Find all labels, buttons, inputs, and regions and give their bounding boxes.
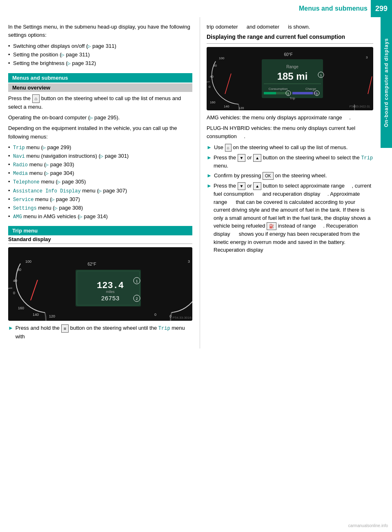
- arrow-icon: ►: [8, 324, 13, 332]
- svg-text:120: 120: [238, 106, 244, 110]
- arrow-icon: ►: [207, 182, 212, 190]
- badge-r3b: 3: [232, 232, 237, 237]
- svg-text:0: 0: [209, 85, 211, 89]
- press-hold-item: ► Press and hold the ≡ button on the ste…: [8, 324, 192, 340]
- list-item: Navi menu (navigation instructions) (▷ p…: [8, 152, 192, 161]
- svg-rect-45: [264, 92, 276, 94]
- main-content: In the Settings menu, in the submenu hea…: [0, 17, 392, 349]
- list-item: Media menu (▷ page 304): [8, 169, 192, 178]
- press-hold-text: Press and hold the ≡ button on the steer…: [16, 324, 192, 340]
- arrow-icon: ►: [207, 154, 212, 162]
- list-item: Setting the position (▷ page 311): [8, 51, 192, 59]
- menus-submenus-header: Menus and submenus: [8, 73, 192, 83]
- list-item: Switching other displays on/off (▷ page …: [8, 42, 192, 51]
- svg-text:Consumption: Consumption: [268, 87, 287, 91]
- svg-text:Trip: Trip: [290, 96, 295, 100]
- arrow-item-press-trip: ► Press the ▼ or ▲ button on the steerin…: [207, 154, 373, 170]
- svg-text:3: 3: [316, 92, 318, 95]
- svg-text:3: 3: [188, 259, 190, 264]
- gauge-svg-right: 0 40 80 100 160 140 120 60°F Range 185 m…: [207, 47, 373, 110]
- list-item: AMG menu in AMG vehicles (▷ page 314): [8, 212, 192, 221]
- svg-text:3: 3: [366, 56, 368, 59]
- list-item: Trip menu (▷ page 299): [8, 143, 192, 152]
- arrow-item-select-range: ► Press the ▼ or ▲ button to select appr…: [207, 182, 373, 254]
- menu-overview-header: Menu overview: [8, 83, 192, 92]
- badge-plug: 2: [238, 134, 244, 140]
- badge-2: 2: [281, 25, 287, 30]
- svg-text:40: 40: [210, 75, 214, 78]
- bullet-list: Switching other displays on/off (▷ page …: [8, 42, 192, 68]
- home-btn-icon: ⌂: [225, 144, 232, 152]
- divider: [207, 43, 373, 44]
- right-column: trip odometer 1 and odometer 2 is shown.…: [200, 17, 381, 349]
- dashboard-inner: 0 40 80 100 160 140 120 123.4 miles 2675…: [8, 247, 192, 321]
- svg-text:80: 80: [213, 64, 217, 67]
- page-header: Menus and submenus 299: [0, 0, 392, 17]
- svg-text:Charge: Charge: [305, 87, 316, 91]
- svg-text:185 mi: 185 mi: [277, 71, 308, 82]
- arrow-item-use: ► Use ⌂ on the steering wheel to call up…: [207, 143, 373, 152]
- svg-text:62°F: 62°F: [87, 262, 96, 266]
- trip-odometer-text: trip odometer 1 and odometer 2 is shown.: [207, 23, 373, 31]
- intro-text: In the Settings menu, in the submenu hea…: [8, 23, 192, 39]
- fuel-icon: ⛽: [267, 222, 276, 230]
- standard-display-label: Standard display: [8, 236, 192, 244]
- svg-text:40: 40: [13, 279, 17, 283]
- header-title-area: Menus and submenus: [0, 5, 371, 12]
- amg-text: AMG vehicles: the menu only displays app…: [207, 114, 373, 122]
- home-button-icon: ⌂: [32, 94, 40, 103]
- left-column: In the Settings menu, in the submenu hea…: [0, 17, 200, 349]
- menu-overview-body2: Operating the on-board computer (▷ page …: [8, 114, 192, 122]
- svg-text:Range: Range: [286, 65, 298, 69]
- dashboard-image-left: 0 40 80 100 160 140 120 123.4 miles 2675…: [8, 247, 192, 321]
- svg-text:0: 0: [169, 314, 172, 318]
- menu-overview-body1: Press the ⌂ button on the steering wheel…: [8, 94, 192, 111]
- svg-text:100: 100: [219, 56, 225, 60]
- svg-text:60°F: 60°F: [284, 52, 292, 57]
- badge-amg: 1: [343, 115, 349, 121]
- dashboard-image-right: 0 40 80 100 160 140 120 60°F Range 185 m…: [207, 47, 373, 110]
- page-number: 299: [371, 0, 392, 17]
- list-item: Settings menu (▷ page 308): [8, 204, 192, 212]
- svg-text:P54.33-3422-31: P54.33-3422-31: [350, 105, 370, 108]
- badge-1: 1: [239, 25, 245, 30]
- svg-text:140: 140: [33, 313, 39, 317]
- badge-r1: 1: [346, 183, 352, 189]
- svg-text:120: 120: [49, 314, 55, 318]
- down-btn-icon: ▼: [238, 154, 246, 162]
- range-section-heading: Displaying the range and current fuel co…: [207, 34, 373, 40]
- svg-text:160: 160: [210, 101, 216, 104]
- list-item: Assistance Info Display menu (▷ page 307…: [8, 187, 192, 195]
- up-btn-icon2: ▲: [253, 182, 261, 190]
- plug-text: PLUG-IN HYBRID vehicles: the menu only d…: [207, 124, 373, 141]
- header-title: Menus and submenus: [299, 5, 368, 12]
- badge-r3: 3: [322, 192, 327, 197]
- up-btn-icon: ▲: [253, 154, 261, 162]
- svg-text:0: 0: [13, 291, 15, 295]
- svg-rect-49: [292, 92, 313, 94]
- trip-menu-header: Trip menu: [8, 226, 192, 235]
- list-item: Service menu (▷ page 307): [8, 195, 192, 204]
- gauge-svg-left: 0 40 80 100 160 140 120 123.4 miles 2675…: [8, 247, 192, 321]
- svg-text:2: 2: [136, 297, 138, 301]
- arrow-item-confirm: ► Confirm by pressing OK on the steering…: [207, 172, 373, 180]
- svg-text:0: 0: [154, 313, 156, 317]
- svg-text:26753: 26753: [101, 295, 119, 302]
- svg-text:P54.33-3016-31: P54.33-3016-31: [173, 316, 192, 320]
- svg-text:140: 140: [224, 105, 229, 108]
- ok-btn-icon: OK: [263, 172, 273, 180]
- svg-text:miles: miles: [106, 290, 115, 294]
- menu-button-icon: ≡: [61, 324, 69, 333]
- svg-text:100: 100: [25, 259, 31, 264]
- badge-r1c: 1: [318, 224, 323, 229]
- badge-r3c: 3: [265, 248, 270, 253]
- down-btn-icon2: ▼: [238, 182, 246, 190]
- arrow-icon: ►: [207, 172, 212, 180]
- sidebar-chapter-tab: On-board computer and displays: [381, 17, 392, 148]
- svg-text:1: 1: [136, 279, 138, 283]
- badge-r2: 2: [255, 192, 261, 197]
- svg-text:2: 2: [287, 92, 289, 95]
- list-item: Setting the brightness (▷ page 312): [8, 59, 192, 68]
- watermark: carmanualsonline.info: [348, 523, 388, 528]
- badge-r1b: 1: [229, 199, 234, 205]
